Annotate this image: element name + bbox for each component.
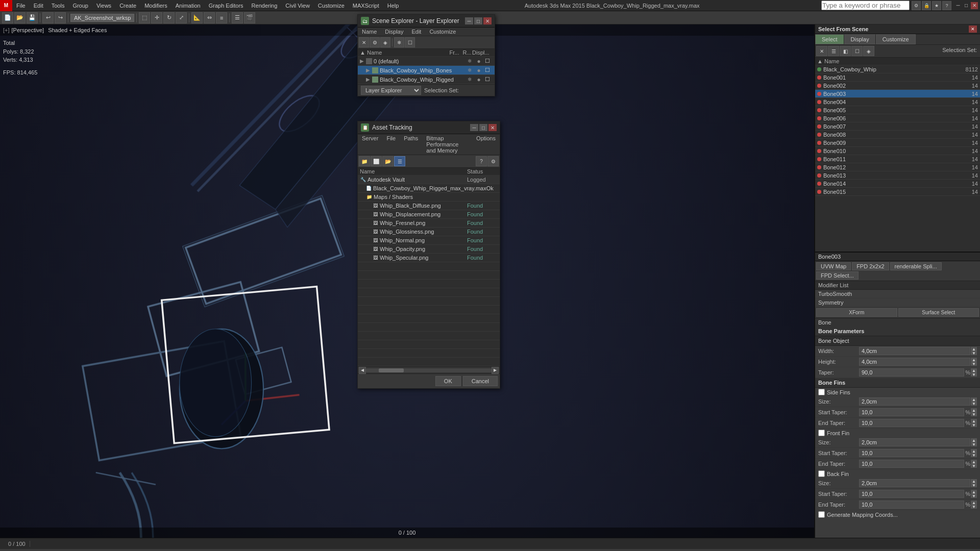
xform-btn[interactable]: XForm bbox=[816, 308, 897, 317]
height-down[interactable]: ▼ bbox=[971, 362, 977, 366]
asset-tool-settings[interactable]: ⚙ bbox=[487, 156, 499, 166]
layer-tool-3[interactable]: ◈ bbox=[380, 37, 390, 47]
asset-row-displacement[interactable]: 🖼 Whip_Displacement.png Found bbox=[358, 210, 500, 219]
side-start-spinner[interactable]: ▲ ▼ bbox=[971, 408, 977, 416]
renderable-spline-btn[interactable]: renderable Spli... bbox=[890, 262, 942, 270]
new-btn[interactable]: 📄 bbox=[2, 12, 13, 23]
side-size-input[interactable] bbox=[859, 397, 970, 406]
bone-item-2[interactable]: Bone002 14 bbox=[815, 82, 980, 90]
width-down[interactable]: ▼ bbox=[971, 351, 977, 355]
asset-tool-2[interactable]: ⬜ bbox=[371, 156, 382, 166]
fpd-btn[interactable]: FPD 2x2x2 bbox=[852, 262, 889, 270]
layer-explorer-close[interactable]: ✕ bbox=[483, 17, 492, 24]
align-btn[interactable]: ≡ bbox=[216, 12, 227, 23]
front-size-input[interactable] bbox=[859, 438, 970, 446]
move-btn[interactable]: ✛ bbox=[151, 12, 162, 23]
redo-btn[interactable]: ↪ bbox=[55, 12, 66, 23]
mirror-btn[interactable]: ⇔ bbox=[204, 12, 215, 23]
tab-display[interactable]: Display bbox=[844, 34, 876, 44]
layer-btn[interactable]: ☰ bbox=[232, 12, 243, 23]
bone-item-4[interactable]: Bone004 14 bbox=[815, 98, 980, 106]
asset-row-specular[interactable]: 🖼 Whip_Specular.png Found bbox=[358, 254, 500, 262]
bone-item-12[interactable]: Bone012 14 bbox=[815, 163, 980, 171]
rotate-btn[interactable]: ↻ bbox=[163, 12, 175, 23]
asset-row-fresnel[interactable]: 🖼 Whip_Fresnel.png Found bbox=[358, 219, 500, 228]
bone-item-6[interactable]: Bone006 14 bbox=[815, 114, 980, 122]
open-btn[interactable]: 📂 bbox=[14, 12, 26, 23]
asset-row-diffuse[interactable]: 🖼 Whip_Black_Diffuse.png Found bbox=[358, 202, 500, 210]
restore-button[interactable]: □ bbox=[963, 2, 970, 9]
toolbar-icon-3[interactable]: ★ bbox=[932, 1, 941, 10]
bone-item-3[interactable]: Bone003 14 bbox=[815, 90, 980, 98]
bone-item-13[interactable]: Bone013 14 bbox=[815, 171, 980, 180]
asset-menu-file[interactable]: File bbox=[382, 134, 400, 155]
asset-menu-options[interactable]: Options bbox=[472, 134, 500, 155]
layer-explorer-minimize[interactable]: ─ bbox=[465, 17, 473, 24]
sel-tool-4[interactable]: ☐ bbox=[851, 46, 863, 56]
bone-item-15[interactable]: Bone015 14 bbox=[815, 188, 980, 196]
taper-input[interactable] bbox=[859, 368, 964, 377]
height-input[interactable] bbox=[859, 358, 970, 366]
toolbar-icon-2[interactable]: 🔒 bbox=[922, 1, 931, 10]
sel-tool-2[interactable]: ☰ bbox=[828, 46, 839, 56]
layer-tool-1[interactable]: ✕ bbox=[359, 37, 369, 47]
bone-item-7[interactable]: Bone007 14 bbox=[815, 122, 980, 131]
layer-row-default[interactable]: ▶ 0 (default) ❄ ● ☐ bbox=[358, 57, 495, 66]
layer-tool-render[interactable]: ☐ bbox=[405, 37, 415, 47]
width-spinner[interactable]: ▲ ▼ bbox=[971, 347, 977, 355]
side-fins-checkbox[interactable] bbox=[818, 389, 825, 395]
side-start-input[interactable] bbox=[859, 408, 964, 416]
close-select-panel[interactable]: ✕ bbox=[969, 26, 977, 33]
minimize-button[interactable]: ─ bbox=[954, 2, 962, 9]
bone-label[interactable]: Bone bbox=[815, 318, 980, 327]
asset-scrollbar[interactable]: ◀ ▶ bbox=[358, 366, 500, 373]
modifier-symmetry[interactable]: Symmetry bbox=[815, 298, 980, 307]
menu-graph-editors[interactable]: Graph Editors bbox=[205, 2, 248, 10]
layer-menu-display[interactable]: Display bbox=[381, 28, 407, 36]
menu-group[interactable]: Group bbox=[68, 2, 92, 10]
sel-tool-1[interactable]: ✕ bbox=[816, 46, 827, 56]
menu-file[interactable]: File bbox=[12, 2, 30, 10]
taper-down[interactable]: ▼ bbox=[971, 372, 977, 377]
layer-explorer-restore[interactable]: □ bbox=[474, 17, 482, 24]
height-spinner[interactable]: ▲ ▼ bbox=[971, 358, 977, 366]
fpd-select-btn[interactable]: FPD Select... bbox=[816, 271, 859, 280]
layer-menu-edit[interactable]: Edit bbox=[407, 28, 425, 36]
menu-civil-view[interactable]: Civil View bbox=[281, 2, 313, 10]
tab-select[interactable]: Select bbox=[815, 34, 844, 44]
menu-customize[interactable]: Customize bbox=[314, 2, 349, 10]
bone-item-1[interactable]: Bone001 14 bbox=[815, 73, 980, 82]
bone-item-5[interactable]: Bone005 14 bbox=[815, 106, 980, 114]
asset-row-glossiness[interactable]: 🖼 Whip_Glossiness.png Found bbox=[358, 228, 500, 236]
sel-tool-3[interactable]: ◧ bbox=[840, 46, 851, 56]
bone-item-14[interactable]: Bone014 14 bbox=[815, 180, 980, 188]
asset-row-opacity[interactable]: 🖼 Whip_Opacity.png Found bbox=[358, 245, 500, 254]
back-fin-checkbox[interactable] bbox=[818, 470, 825, 477]
select-btn[interactable]: ⬚ bbox=[139, 12, 150, 23]
asset-close[interactable]: ✕ bbox=[488, 124, 497, 131]
layer-row-rigged[interactable]: ▶ Black_Cowboy_Whip_Rigged ❄ ● ☐ bbox=[358, 75, 495, 84]
front-size-spinner[interactable]: ▲ ▼ bbox=[971, 438, 977, 446]
snap-btn[interactable]: 📐 bbox=[191, 12, 203, 23]
bone-item-10[interactable]: Bone010 14 bbox=[815, 147, 980, 155]
menu-edit[interactable]: Edit bbox=[30, 2, 47, 10]
render-btn[interactable]: 🎬 bbox=[244, 12, 255, 23]
menu-help[interactable]: Help bbox=[383, 2, 403, 10]
asset-restore[interactable]: □ bbox=[479, 124, 487, 131]
asset-row-maps[interactable]: 📁 Maps / Shaders bbox=[358, 193, 500, 202]
save-btn[interactable]: 💾 bbox=[27, 12, 38, 23]
layer-menu-customize[interactable]: Customize bbox=[425, 28, 460, 36]
asset-minimize[interactable]: ─ bbox=[470, 124, 478, 131]
menu-animation[interactable]: Animation bbox=[172, 2, 205, 10]
undo-btn[interactable]: ↩ bbox=[42, 12, 54, 23]
scrollbar-track[interactable] bbox=[366, 368, 492, 372]
scrollbar-thumb[interactable] bbox=[379, 368, 404, 372]
asset-ok-button[interactable]: OK bbox=[435, 376, 461, 386]
asset-menu-bitmap[interactable]: Bitmap Performance and Memory bbox=[422, 134, 472, 155]
menu-modifiers[interactable]: Modifiers bbox=[140, 2, 172, 10]
toolbar-icon-1[interactable]: ⚙ bbox=[912, 1, 921, 10]
front-fin-checkbox[interactable] bbox=[818, 430, 825, 436]
scale-btn[interactable]: ⤢ bbox=[176, 12, 187, 23]
menu-create[interactable]: Create bbox=[115, 2, 140, 10]
asset-tool-1[interactable]: 📁 bbox=[359, 156, 370, 166]
